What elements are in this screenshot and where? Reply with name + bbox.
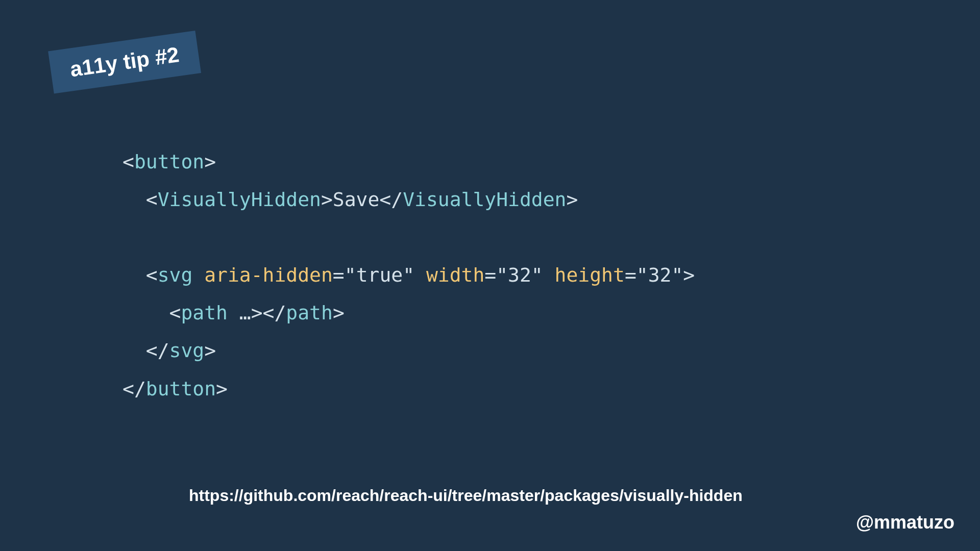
code-line-6: </button> — [122, 378, 228, 400]
code-line-2: <VisuallyHidden>Save</VisuallyHidden> — [122, 188, 578, 211]
tip-badge-label: a11y tip #2 — [68, 42, 180, 81]
tip-badge: a11y tip #2 — [48, 31, 201, 94]
code-line-1: <button> — [122, 151, 216, 173]
code-line-5: </svg> — [122, 339, 216, 362]
code-line-4: <path …></path> — [122, 302, 345, 324]
code-example: <button> <VisuallyHidden>Save</VisuallyH… — [122, 143, 695, 408]
reference-link: https://github.com/reach/reach-ui/tree/m… — [189, 486, 743, 505]
code-line-3: <svg aria-hidden="true" width="32" heigh… — [122, 264, 695, 286]
author-handle: @mmatuzo — [856, 512, 954, 533]
